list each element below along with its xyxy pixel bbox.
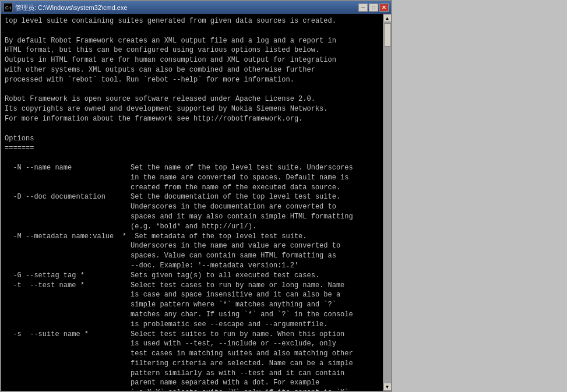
cmd-window: C:\ 管理员: C:\Windows\system32\cmd.exe ─ □… — [0, 0, 392, 392]
maximize-button[interactable]: □ — [369, 3, 378, 12]
window-controls: ─ □ ✕ — [358, 3, 389, 12]
content-area: top level suite containing suites genera… — [1, 14, 391, 391]
title-bar-left: C:\ 管理员: C:\Windows\system32\cmd.exe — [3, 3, 128, 12]
title-bar: C:\ 管理员: C:\Windows\system32\cmd.exe ─ □… — [1, 1, 391, 14]
scrollbar[interactable]: ▲ ▼ — [383, 14, 391, 391]
terminal-output[interactable]: top level suite containing suites genera… — [1, 14, 383, 391]
scroll-up-button[interactable]: ▲ — [383, 14, 392, 22]
window-title: 管理员: C:\Windows\system32\cmd.exe — [15, 3, 128, 12]
scroll-thumb[interactable] — [384, 23, 391, 47]
scroll-down-button[interactable]: ▼ — [383, 383, 392, 391]
window-icon: C:\ — [3, 3, 13, 12]
minimize-button[interactable]: ─ — [358, 3, 368, 12]
scroll-track[interactable] — [383, 22, 391, 383]
close-button[interactable]: ✕ — [379, 3, 389, 12]
